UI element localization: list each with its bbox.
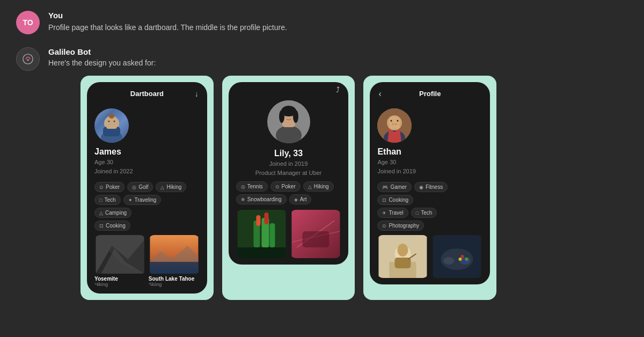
phone-back-ethan: ‹ — [378, 89, 381, 99]
tag-photography: ⊙Photography — [377, 221, 424, 231]
profile-age-james: Age 30 — [94, 159, 113, 165]
tags-row-ethan-2: ✈Travel □Tech ⊙Photography — [377, 208, 482, 231]
svg-point-57 — [463, 260, 466, 263]
tag-label: Gamer — [390, 184, 407, 190]
tag-label: Photography — [389, 223, 419, 229]
photo-label-yosemite: Yosemite — [94, 276, 145, 282]
phone-icon-lily: ⤴ — [336, 85, 340, 94]
phone-body-ethan: Ethan Age 30 Joined in 2019 🎮Gamer ◉Fitn… — [370, 103, 490, 284]
photo-card-yosemite: Yosemite Hiking — [94, 235, 145, 287]
phone-frame-ethan: ‹ Profile — [370, 82, 490, 284]
center-photos-lily — [236, 210, 341, 258]
svg-point-55 — [461, 255, 464, 258]
tag-hiking: △Hiking — [156, 182, 186, 192]
profile-name-lily: Lily, 33 — [274, 149, 303, 158]
user-message-text: Profile page that looks like a dartboard… — [48, 22, 287, 33]
photo-card-gaming — [431, 235, 482, 278]
tag-label: Tech — [421, 210, 432, 216]
svg-rect-7 — [106, 124, 117, 129]
photo-sublabel-tahoe: Skiing — [149, 282, 200, 287]
tag-label: Art — [300, 196, 307, 202]
profile-age-ethan: Age 30 — [377, 159, 396, 165]
tag-label: Poker — [106, 184, 120, 190]
tags-row-james-1: ⊙Poker ◎Golf △Hiking — [94, 182, 200, 192]
bot-response-text: Here's the design you asked for: — [48, 58, 496, 67]
svg-rect-43 — [389, 124, 400, 129]
photo-label-tahoe: South Lake Tahoe — [149, 276, 200, 282]
phone-header-ethan: ‹ Profile — [370, 82, 490, 103]
tag-fitness: ◉Fitness — [414, 182, 448, 192]
tags-row-james-2: □Tech ✦Traveling △Camping — [94, 195, 200, 218]
mockups-row: Dartboard ↓ — [80, 76, 496, 300]
profile-name-ethan: Ethan — [377, 147, 482, 157]
svg-point-56 — [465, 258, 469, 261]
svg-point-41 — [397, 120, 399, 122]
tag-label: Cooking — [389, 197, 408, 203]
bot-message: Galileo Bot Here's the design you asked … — [16, 47, 628, 300]
tags-row-lily-1: ◎Tennis ⊙Poker △Hiking — [236, 181, 341, 192]
tag-label: Travel — [389, 210, 403, 216]
photos-row-ethan — [377, 235, 482, 278]
svg-point-40 — [391, 120, 392, 122]
tag-travel-ethan: ✈Travel — [377, 208, 408, 218]
user-content: You Profile page that looks like a dartb… — [48, 11, 287, 33]
avatar-ethan — [377, 108, 412, 143]
tags-row-james-3: ⊡Cooking — [94, 221, 200, 231]
profile-section-james: James Age 30 Joined in 2022 — [94, 108, 200, 175]
svg-point-53 — [444, 257, 455, 265]
phone-header-lily: ⤴ — [229, 82, 349, 95]
photo-card-tahoe: South Lake Tahoe Skiing — [149, 235, 200, 287]
tag-gamer: 🎮Gamer — [377, 182, 412, 192]
tag-label: Golf — [138, 184, 148, 190]
tag-tennis: ◎Tennis — [236, 181, 268, 192]
svg-point-0 — [27, 59, 29, 61]
tag-poker: ⊙Poker — [94, 182, 125, 192]
svg-point-24 — [279, 110, 284, 123]
svg-rect-30 — [264, 213, 268, 224]
phone-header-james: Dartboard ↓ — [87, 82, 207, 103]
mockup-card-james: Dartboard ↓ — [80, 76, 214, 300]
tag-camping: △Camping — [94, 208, 131, 218]
profile-joined-ethan: Joined in 2019 — [377, 168, 416, 174]
tag-snowboarding: ❄Snowboarding — [236, 194, 287, 204]
tag-label: Snowboarding — [247, 196, 282, 202]
tag-cooking-ethan: ⊡Cooking — [377, 195, 413, 205]
profile-occupation-lily: Product Manager at Uber — [255, 170, 322, 176]
svg-rect-32 — [237, 247, 286, 258]
user-name: You — [48, 11, 287, 20]
photo-sublabel-yosemite: Hiking — [94, 282, 145, 287]
svg-rect-22 — [282, 121, 295, 127]
photos-row-james: Yosemite Hiking — [94, 235, 200, 287]
phone-body-james: James Age 30 Joined in 2022 ⊙Poker ◎Golf… — [87, 103, 207, 294]
svg-rect-28 — [256, 215, 260, 226]
profile-joined-lily: Joined in 2019 — [269, 160, 308, 167]
svg-point-5 — [114, 121, 115, 122]
profile-section-ethan: Ethan Age 30 Joined in 2019 — [377, 108, 482, 175]
user-message: TO You Profile page that looks like a da… — [16, 11, 628, 34]
bot-content: Galileo Bot Here's the design you asked … — [48, 47, 496, 300]
tag-label: Tech — [104, 197, 115, 203]
tag-label: Hiking — [314, 184, 329, 189]
tag-traveling: ✦Traveling — [123, 195, 162, 205]
svg-rect-36 — [302, 231, 329, 247]
svg-point-4 — [108, 121, 110, 122]
svg-point-48 — [398, 244, 408, 257]
svg-point-25 — [293, 110, 298, 123]
phone-title-ethan: Profile — [419, 90, 441, 98]
user-initials: TO — [23, 18, 33, 27]
mockup-card-ethan: ‹ Profile — [363, 76, 496, 300]
tag-label: Fitness — [426, 184, 443, 190]
svg-point-58 — [459, 258, 462, 261]
tag-tech-ethan: □Tech — [411, 208, 437, 218]
tag-label: Traveling — [135, 197, 157, 203]
tag-label: Camping — [105, 210, 127, 216]
svg-rect-14 — [150, 262, 198, 274]
photo-card-cooking — [377, 235, 428, 278]
avatar-james — [94, 108, 129, 143]
profile-joined-james: Joined in 2022 — [94, 168, 133, 174]
profile-name-james: James — [94, 147, 200, 157]
tag-golf: ◎Golf — [127, 182, 153, 192]
center-profile-lily: Lily, 33 Joined in 2019 Product Manager … — [236, 100, 341, 181]
phone-frame-lily: ⤴ — [229, 82, 349, 265]
svg-rect-31 — [269, 223, 275, 247]
